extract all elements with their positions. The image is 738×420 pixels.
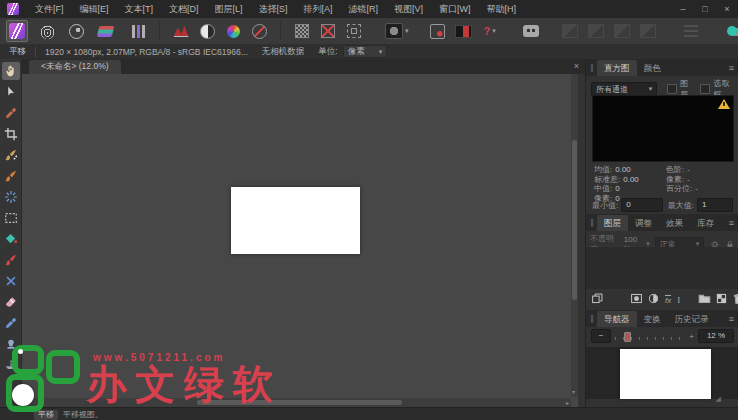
delete-layer-button[interactable] (732, 291, 738, 309)
min-input[interactable]: 0 (621, 198, 663, 212)
adjustment-layer-button[interactable] (647, 291, 660, 309)
duplicate-layer-button[interactable] (591, 291, 604, 309)
navigator-preview[interactable] (586, 347, 738, 399)
menu-file[interactable]: 文件[F] (27, 0, 72, 18)
tab-histogram[interactable]: 直方图 (597, 60, 637, 76)
menu-view[interactable]: 视图[V] (386, 0, 431, 18)
marquee-select-tool[interactable] (2, 209, 20, 227)
menu-document[interactable]: 文档[D] (161, 0, 207, 18)
navigator-zoom-row: − + 12 % (591, 329, 734, 343)
watermark-name: 办文绿软 (86, 360, 282, 408)
tab-colour[interactable]: 颜色 (637, 60, 668, 76)
menu-arrange[interactable]: 排列[A] (296, 0, 341, 18)
mask-layer-button[interactable] (630, 291, 643, 309)
mask-options-dropdown[interactable]: ▾ (385, 21, 409, 41)
assistant-dropdown[interactable]: ?▾ (480, 21, 500, 41)
zoom-in-button[interactable]: + (689, 332, 694, 341)
auto-colours-button[interactable] (223, 21, 243, 41)
zoom-value-input[interactable]: 12 % (698, 329, 734, 343)
menu-select[interactable]: 选择[S] (251, 0, 296, 18)
dodge-burn-tool[interactable] (2, 356, 20, 374)
tab-transform[interactable]: 变换 (637, 311, 668, 327)
new-layer-button[interactable] (715, 291, 728, 309)
layers-list[interactable] (586, 247, 738, 289)
menu-window[interactable]: 窗口[W] (431, 0, 479, 18)
clone-stamp-tool[interactable] (2, 335, 20, 353)
close-button[interactable]: × (716, 0, 738, 18)
units-select[interactable]: 像素 ▾ (343, 45, 388, 58)
auto-contrast-button[interactable] (197, 21, 217, 41)
menu-text[interactable]: 文本[T] (117, 0, 162, 18)
channel-select[interactable]: 所有通道 ▾ (591, 82, 657, 96)
zoom-slider-thumb[interactable] (624, 332, 631, 342)
snapping-button[interactable] (428, 21, 448, 41)
layer-checkbox[interactable] (667, 84, 677, 94)
develop-persona-button[interactable] (66, 21, 86, 41)
pattern-select-button[interactable] (292, 21, 312, 41)
menu-help[interactable]: 帮助[H] (479, 0, 525, 18)
stat-label: 标准差: (594, 175, 620, 185)
red-eye-tool[interactable] (2, 314, 20, 332)
panel-grip-icon[interactable]: ∥ (590, 314, 594, 323)
insert-behind-button[interactable] (724, 21, 738, 41)
panel-grip-icon[interactable]: ∥ (590, 218, 594, 227)
move-tool[interactable] (2, 83, 20, 101)
blemish-removal-tool[interactable] (2, 272, 20, 290)
stat-label: 像素: (666, 175, 684, 185)
document-tab[interactable]: <未命名> (12.0%) (29, 60, 121, 74)
tab-stock[interactable]: 库存 (690, 215, 721, 231)
liquify-persona-button[interactable] (37, 21, 57, 41)
auto-white-balance-button[interactable] (249, 21, 269, 41)
panel-menu-icon[interactable]: ≡ (729, 314, 734, 324)
zoom-slider[interactable] (615, 330, 685, 342)
tone-mapping-persona-button[interactable] (95, 21, 115, 41)
device-badge-button[interactable] (521, 21, 541, 41)
tab-history[interactable]: 历史记录 (668, 311, 716, 327)
max-input[interactable]: 1 (697, 198, 733, 212)
panel-menu-icon[interactable]: ≡ (729, 63, 734, 73)
units-value: 像素 (348, 46, 365, 58)
scroll-right-icon[interactable]: ▸ (566, 399, 569, 407)
vertical-scrollbar-thumb[interactable] (572, 140, 577, 300)
close-document-icon[interactable]: × (574, 59, 579, 74)
resize-grip-icon[interactable]: ◢ (716, 395, 721, 403)
deselect-button[interactable] (318, 21, 338, 41)
panel-grip-icon[interactable]: ∥ (590, 63, 594, 72)
zoom-out-button[interactable]: − (591, 329, 611, 343)
vertical-scrollbar[interactable]: ▾ (571, 74, 578, 397)
minimize-button[interactable]: – (672, 0, 694, 18)
status-hint: 平移视图。 (63, 409, 103, 420)
group-layers-button[interactable] (698, 291, 711, 309)
menu-edit[interactable]: 编辑[E] (72, 0, 117, 18)
tab-adjustments[interactable]: 调整 (628, 215, 659, 231)
document-info: 1920 × 1080px, 2.07MP, RGBA/8 - sRGB IEC… (45, 47, 248, 57)
maximize-button[interactable]: □ (694, 0, 716, 18)
flood-fill-tool[interactable] (2, 230, 20, 248)
flood-select-tool[interactable] (2, 188, 20, 206)
navigator-thumbnail[interactable] (620, 349, 711, 399)
menu-filters[interactable]: 滤镜[R] (341, 0, 387, 18)
menu-layer[interactable]: 图层[L] (207, 0, 251, 18)
select-border-button[interactable] (344, 21, 364, 41)
tab-layers[interactable]: 图层 (597, 215, 628, 231)
auto-levels-button[interactable] (171, 21, 191, 41)
paint-brush-tool[interactable] (2, 167, 20, 185)
selection-brush-tool[interactable] (2, 146, 20, 164)
marquee-checkbox[interactable] (700, 84, 710, 94)
erase-tool[interactable] (2, 293, 20, 311)
photo-persona-button[interactable] (6, 20, 28, 42)
pixel-brush-tool[interactable] (2, 251, 20, 269)
scroll-down-icon[interactable]: ▾ (572, 388, 575, 396)
tab-effects[interactable]: 效果 (659, 215, 690, 231)
live-filter-button[interactable]: I (677, 295, 680, 305)
layer-effects-button[interactable]: fx (665, 295, 671, 305)
export-persona-button[interactable] (128, 21, 148, 41)
histogram-panel-header: ∥ 直方图 颜色 ≡ (586, 59, 738, 76)
crop-tool[interactable] (2, 125, 20, 143)
pixel-alignment-button[interactable] (454, 21, 474, 41)
color-picker-tool[interactable] (2, 104, 20, 122)
panel-menu-icon[interactable]: ≡ (729, 218, 734, 228)
tab-navigator[interactable]: 导航器 (597, 311, 637, 327)
view-tool[interactable] (2, 62, 20, 80)
status-tool-chip: 平移 (34, 410, 58, 420)
